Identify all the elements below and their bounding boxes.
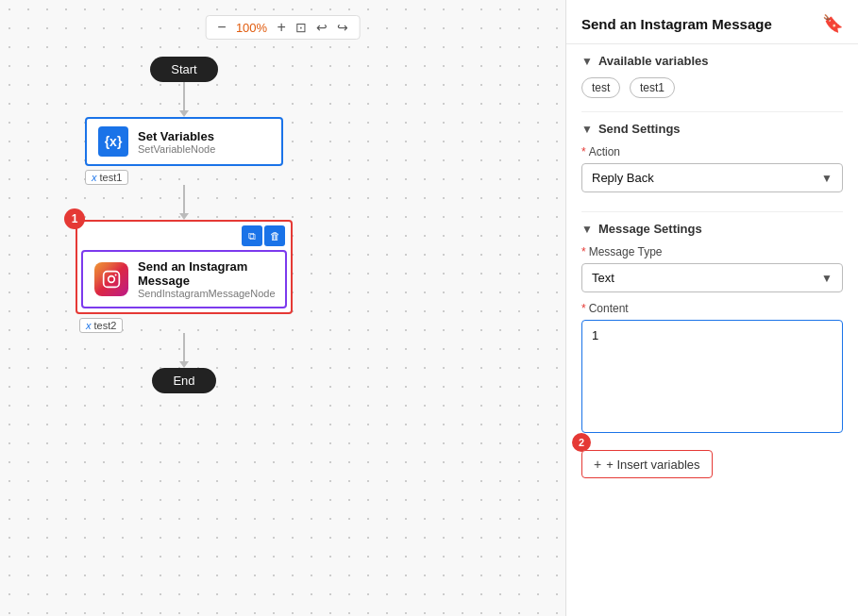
instagram-node-wrapper: 1 ⧉ 🗑 Send an Instagram Messa bbox=[76, 220, 293, 314]
connector bbox=[183, 82, 185, 110]
send-settings-section: ▼ Send Settings * Action Reply Back ▼ bbox=[566, 112, 858, 211]
svg-point-1 bbox=[109, 276, 115, 283]
insert-variables-button[interactable]: + + Insert variables bbox=[581, 450, 713, 478]
variable-icon: x bbox=[92, 172, 97, 183]
set-variables-icon: {x} bbox=[98, 126, 128, 157]
panel-bookmark-icon: 🔖 bbox=[822, 13, 843, 34]
content-label: * Content bbox=[581, 302, 843, 315]
svg-point-2 bbox=[115, 274, 117, 275]
connector-arrow2 bbox=[179, 213, 189, 220]
message-type-select[interactable]: Text ▼ bbox=[581, 263, 843, 292]
available-variables-label: Available variables bbox=[598, 54, 709, 68]
message-settings-label: Message Settings bbox=[598, 222, 702, 236]
plus-icon: + bbox=[594, 457, 601, 472]
message-settings-section: ▼ Message Settings * Message Type Text ▼… bbox=[566, 212, 858, 488]
chevron-down-icon: ▼ bbox=[821, 172, 833, 185]
insert-variables-label: + Insert variables bbox=[606, 458, 699, 472]
message-type-value: Text bbox=[592, 271, 614, 285]
message-settings-header[interactable]: ▼ Message Settings bbox=[581, 222, 843, 236]
instagram-node-outer: ⧉ 🗑 Send an Instagram Message SendInstag… bbox=[76, 220, 293, 314]
instagram-node-subtitle: SendInstagramMessageNode bbox=[138, 288, 276, 299]
instagram-node-title: Send an Instagram Message bbox=[138, 259, 276, 288]
panel-header: Send an Instagram Message 🔖 bbox=[566, 0, 858, 44]
redo-button[interactable]: ↪ bbox=[335, 21, 350, 34]
connector-arrow3 bbox=[179, 361, 189, 368]
chevron-icon2: ▼ bbox=[581, 123, 593, 136]
svg-rect-0 bbox=[104, 272, 120, 288]
right-panel: Send an Instagram Message 🔖 ▼ Available … bbox=[565, 0, 858, 616]
chevron-down-icon2: ▼ bbox=[821, 272, 833, 285]
end-node[interactable]: End bbox=[152, 368, 215, 393]
action-select[interactable]: Reply Back ▼ bbox=[581, 163, 843, 192]
instagram-node-toolbar: ⧉ 🗑 bbox=[79, 224, 289, 248]
zoom-level: 100% bbox=[234, 21, 270, 35]
instagram-node[interactable]: Send an Instagram Message SendInstagramM… bbox=[81, 250, 287, 308]
action-value: Reply Back bbox=[592, 171, 654, 185]
send-settings-header[interactable]: ▼ Send Settings bbox=[581, 122, 843, 136]
zoom-out-button[interactable]: − bbox=[215, 20, 227, 35]
chevron-icon3: ▼ bbox=[581, 223, 593, 236]
set-variables-node[interactable]: {x} Set Variables SetVariableNode bbox=[85, 117, 283, 166]
fit-view-button[interactable]: ⊡ bbox=[294, 21, 309, 34]
variable-icon2: x bbox=[86, 320, 92, 331]
panel-title: Send an Instagram Message bbox=[581, 16, 772, 32]
connector3 bbox=[183, 333, 185, 361]
available-variables-section: ▼ Available variables test test1 bbox=[566, 44, 858, 111]
available-variables-header[interactable]: ▼ Available variables bbox=[581, 54, 843, 68]
variables-list: test test1 bbox=[581, 77, 843, 102]
send-settings-label: Send Settings bbox=[598, 122, 681, 136]
instagram-delete-button[interactable]: 🗑 bbox=[264, 225, 285, 246]
instagram-copy-button[interactable]: ⧉ bbox=[242, 225, 262, 246]
flow-canvas[interactable]: − 100% + ⊡ ↩ ↪ Start {x} Set Variables S… bbox=[0, 0, 565, 616]
set-variables-title: Set Variables bbox=[138, 129, 215, 143]
content-textarea[interactable]: 1 bbox=[581, 320, 843, 433]
set-variables-subtitle: SetVariableNode bbox=[138, 143, 215, 155]
flow-area: Start {x} Set Variables SetVariableNode … bbox=[76, 57, 293, 393]
node-badge-1: 1 bbox=[64, 208, 85, 229]
zoom-controls: − 100% + ⊡ ↩ ↪ bbox=[205, 15, 361, 40]
undo-button[interactable]: ↩ bbox=[314, 21, 329, 34]
variable-chip-test: test bbox=[581, 77, 620, 98]
action-label: * Action bbox=[581, 145, 843, 158]
connector2 bbox=[183, 185, 185, 213]
variable-chip-test1: test1 bbox=[630, 77, 675, 98]
start-node[interactable]: Start bbox=[150, 57, 217, 82]
set-variables-badge: x test1 bbox=[85, 170, 128, 185]
instagram-icon bbox=[94, 262, 128, 296]
badge-2: 2 bbox=[572, 433, 591, 452]
zoom-in-button[interactable]: + bbox=[276, 20, 288, 35]
chevron-icon: ▼ bbox=[581, 55, 593, 68]
instagram-variable-badge: x test2 bbox=[79, 318, 123, 333]
content-value: 1 bbox=[592, 328, 598, 342]
message-type-label: * Message Type bbox=[581, 245, 843, 258]
connector-arrow bbox=[179, 110, 189, 117]
